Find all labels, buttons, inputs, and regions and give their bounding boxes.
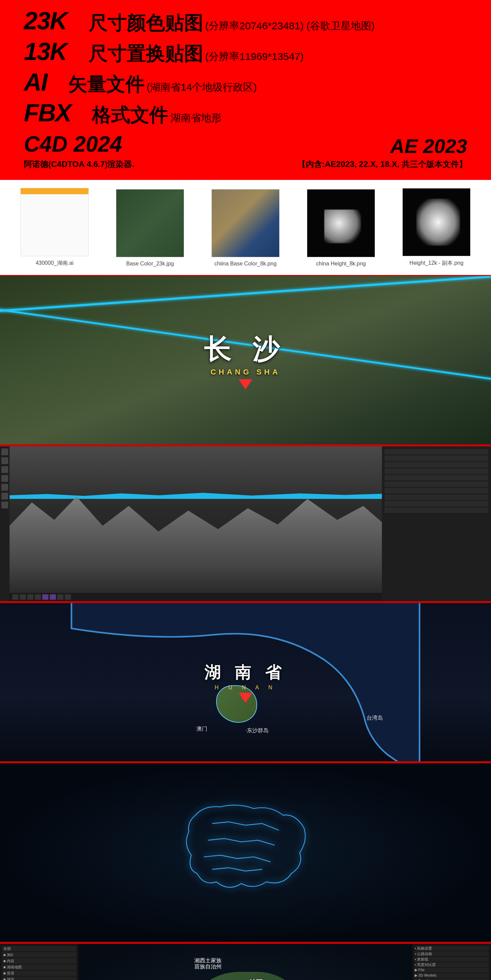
preview-changsha: 长 沙 CHANG SHA [0,275,491,445]
effect-item[interactable]: • 发射线 [414,957,489,962]
ae-viewport[interactable]: 湘西土家族 苗族自治州 益阳长沙怀化娄底邵阳衡阳永州郴州 [78,944,413,980]
c4d-toolbar[interactable] [0,446,10,601]
tool-icon[interactable] [2,493,8,500]
china-map [74,790,417,915]
thumb-preview [21,188,89,256]
play-icon[interactable] [20,594,26,600]
spec-row: 23K 尺寸颜色贴图 (分辨率20746*23481) (谷歌卫星地图) [24,7,467,36]
tool-icon[interactable] [2,501,8,508]
river-overlay [10,493,382,499]
city-name-zh: 长 沙 [204,331,287,368]
spec-desc: 尺寸置换贴图 [89,41,203,67]
tool-icon[interactable] [2,466,8,473]
ae-project-panel[interactable]: 全部■ 360■ 内容■ 湖南地图■ 背景■ 城市■ 热点■ 河流■ 水面■ 标… [0,944,78,980]
hunan-3d-map: 湘西土家族 苗族自治州 益阳长沙怀化娄底邵阳衡阳永州郴州 [188,972,303,980]
effect-item[interactable]: • 亮度对比度 [414,962,489,967]
play-icon[interactable] [57,594,64,600]
c4d-playbar[interactable] [10,593,382,601]
preview-c4d [0,445,491,602]
attr-row[interactable] [384,475,488,480]
attr-row[interactable] [384,469,488,474]
spec-label: FBX [24,99,92,127]
marker-icon [239,693,252,703]
thumb-filename: Base Color_23k.jpg [109,261,191,267]
thumb-filename: Height_12k - 副本.png [395,260,477,267]
c4d-viewport[interactable] [10,446,382,601]
attr-row[interactable] [384,495,488,500]
play-icon[interactable] [65,594,71,600]
ae-block: AE 2023 【内含:AE2023, 22.X, 18.X, 共三个版本文件】 [298,135,467,170]
thumb-preview [211,189,280,257]
spec-desc: 格式文件 [92,102,169,128]
thumb-preview [116,189,184,257]
tool-icon[interactable] [2,475,8,482]
play-icon[interactable] [42,594,48,600]
project-item[interactable]: ■ 内容 [2,958,77,964]
file-thumb[interactable]: 430000_湖南.ai [14,188,96,267]
project-item[interactable]: 全部 [2,946,77,951]
spec-label: AI [24,68,68,96]
file-thumbnails: 430000_湖南.ai Base Color_23k.jpg chiina B… [0,180,491,275]
tool-icon[interactable] [2,484,8,491]
terrain-mesh [10,485,382,601]
spec-note: (湖南省14个地级行政区) [147,80,257,94]
spec-note: (分辨率11969*13547) [205,50,304,64]
project-item[interactable]: ■ 360 [2,952,77,958]
effect-item[interactable]: • 心跳动画 [414,951,489,956]
spec-header: 23K 尺寸颜色贴图 (分辨率20746*23481) (谷歌卫星地图)13K … [0,0,491,180]
preview-ae: 全部■ 360■ 内容■ 湖南地图■ 背景■ 城市■ 热点■ 河流■ 水面■ 标… [0,943,491,980]
spec-row: AI 矢量文件 (湖南省14个地级行政区) [24,68,467,97]
file-thumb[interactable]: Height_12k - 副本.png [395,188,477,267]
file-thumb[interactable]: china Height_8k.png [300,189,382,267]
attr-row[interactable] [384,482,488,487]
thumb-filename: chiina Base Color_8k.png [205,261,286,267]
spec-note: 湖南省地形 [171,111,222,125]
attr-row[interactable] [384,508,488,513]
city-label-xiangxi: 湘西土家族 苗族自治州 [194,958,222,969]
spec-row: 13K 尺寸置换贴图 (分辨率11969*13547) [24,38,467,67]
ae-effects-panel[interactable]: • 风格设置• 心跳动画• 发射线• 亮度对比度▶ File▶ 3D Model… [413,944,491,980]
play-icon[interactable] [12,594,18,600]
attr-row[interactable] [384,462,488,468]
tool-icon[interactable] [2,449,8,455]
play-icon[interactable] [27,594,33,600]
effect-item[interactable]: ▶ Bevel [414,978,489,980]
attr-row[interactable] [384,449,488,455]
thumb-filename: 430000_湖南.ai [14,260,96,267]
c4d-block: C4D 2024 阿诺德(C4DTOA 4.6.7)渲染器. [24,132,134,170]
project-item[interactable]: ■ 背景 [2,970,77,976]
effect-item[interactable]: ▶ File [414,968,489,972]
spec-label: 23K [24,7,89,35]
map-label-macau: 澳门 [196,725,207,733]
project-item[interactable]: ■ 城市 [2,977,77,980]
spec-desc: 尺寸颜色贴图 [89,10,203,36]
province-name-en: H U N A N [205,684,287,691]
play-icon[interactable] [35,594,41,600]
project-item[interactable]: ■ 湖南地图 [2,964,77,970]
preview-hunan-province: 湖 南 省 H U N A N 澳门 台湾岛 ·东沙群岛 [0,602,491,762]
file-thumb[interactable]: Base Color_23k.jpg [109,189,191,267]
tool-icon[interactable] [2,457,8,464]
effect-item[interactable]: ▶ 3D Models [414,973,489,978]
file-thumb[interactable]: chiina Base Color_8k.png [205,189,286,267]
effect-item[interactable]: • 风格设置 [414,946,489,951]
thumb-preview [402,188,470,256]
spec-label: 13K [24,38,89,65]
map-label-dongsha: ·东沙群岛 [246,727,269,734]
marker-icon [239,379,252,390]
preview-china-outline [0,762,491,943]
attr-row[interactable] [384,456,488,461]
river-line [0,275,491,314]
spec-note: (分辨率20746*23481) (谷歌卫星地图) [205,19,375,33]
ae-label: AE 2023 [298,135,467,158]
attr-row[interactable] [384,488,488,493]
thumb-filename: china Height_8k.png [300,261,382,267]
attr-row[interactable] [384,501,488,506]
c4d-sub: 阿诺德(C4DTOA 4.6.7)渲染器. [24,159,134,170]
city-name-en: CHANG SHA [210,368,280,377]
play-icon[interactable] [50,594,56,600]
spec-row: FBX 格式文件 湖南省地形 [24,99,467,128]
city-label: 益阳 [246,978,263,980]
c4d-attributes-panel[interactable] [382,446,491,601]
thumb-preview [307,189,375,257]
